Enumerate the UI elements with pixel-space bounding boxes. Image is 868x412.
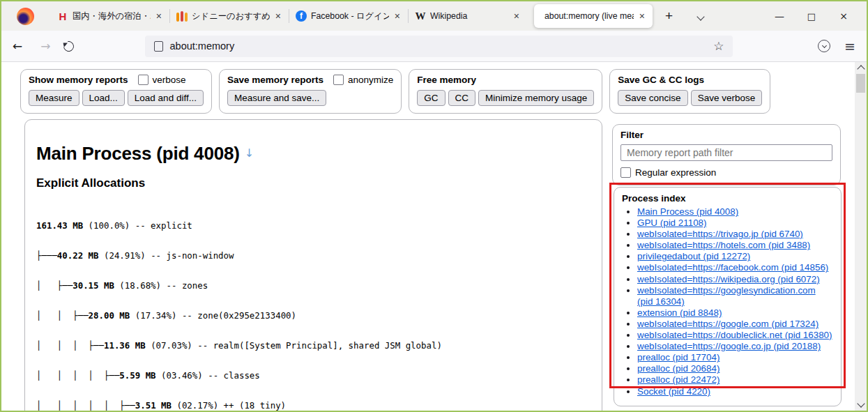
process-link-main[interactable]: Main Process (pid 4008): [637, 206, 738, 217]
scroll-down-arrow-icon[interactable]: [857, 399, 865, 407]
tab-wikipedia[interactable]: W Wikipedia ×: [409, 4, 527, 28]
tab-hotels[interactable]: H 国内・海外の宿泊・ホテル ×: [51, 4, 169, 28]
anonymize-checkbox[interactable]: [333, 75, 344, 85]
load-button[interactable]: Load...: [82, 90, 125, 106]
process-link-google-co-jp[interactable]: webIsolated=https://google.co.jp (pid 20…: [637, 341, 821, 351]
tree-prefix: │ ├──: [36, 280, 73, 291]
process-link-prealloc-1[interactable]: prealloc (pid 17704): [637, 352, 719, 363]
reload-button[interactable]: [63, 41, 74, 52]
close-tab-icon[interactable]: ×: [512, 10, 521, 22]
load-and-diff-button[interactable]: Load and diff...: [128, 90, 204, 106]
save-verbose-button[interactable]: Save verbose: [691, 90, 763, 106]
save-memory-reports-box: Save memory reports anonymize Measure an…: [219, 69, 402, 114]
scrollbar-thumb[interactable]: [856, 74, 865, 93]
close-tab-icon[interactable]: ×: [155, 10, 163, 22]
cc-button[interactable]: CC: [448, 90, 476, 106]
scroll-up-arrow-icon[interactable]: [857, 65, 865, 73]
save-gc-cc-logs-box: Save GC & CC logs Save concise Save verb…: [609, 69, 770, 114]
jump-down-arrow-link[interactable]: ↓: [245, 146, 254, 160]
tab-title: Facebook - ログインまたは: [311, 10, 389, 22]
save-reports-legend: Save memory reports: [227, 75, 323, 85]
process-index-item: Main Process (pid 4008): [637, 206, 833, 218]
process-index-item: prealloc (pid 20684): [637, 363, 833, 374]
process-link-facebook[interactable]: webIsolated=https://facebook.com (pid 14…: [637, 262, 828, 273]
hamburger-menu-icon[interactable]: ≡: [844, 38, 855, 54]
process-link-gpu[interactable]: GPU (pid 21108): [637, 218, 707, 228]
url-text[interactable]: about:memory: [170, 40, 714, 52]
process-index-item: prealloc (pid 22472): [637, 374, 833, 386]
vertical-scrollbar[interactable]: [855, 62, 867, 411]
tree-row-zone[interactable]: │ │ ├──28.00 MB (17.34%) -- zone(0x295e2…: [36, 311, 591, 321]
process-link-google-com[interactable]: webIsolated=https://google.com (pid 1732…: [637, 319, 818, 329]
tab-title: Wikipedia: [430, 11, 508, 21]
filter-legend: Filter: [620, 130, 644, 140]
minimize-button[interactable]: —: [763, 10, 795, 22]
filter-input[interactable]: [620, 144, 832, 161]
tree-row-zones[interactable]: │ ├──30.15 MB (18.68%) -- zones: [36, 281, 591, 291]
close-tab-icon[interactable]: ×: [638, 10, 646, 22]
maximize-button[interactable]: □: [795, 11, 828, 22]
tree-prefix: │ │ │ │ ├──: [36, 370, 119, 381]
show-reports-legend: Show memory reports: [29, 75, 128, 85]
measure-button[interactable]: Measure: [29, 90, 79, 106]
save-logs-legend: Save GC & CC logs: [618, 75, 704, 85]
process-link-trivago[interactable]: webIsolated=https://trivago.jp (pid 6740…: [637, 229, 803, 239]
close-tab-icon[interactable]: ×: [393, 10, 402, 22]
tree-row-18-tiny[interactable]: │ │ │ │ │ ├──3.51 MB (02.17%) ++ (18 tin…: [36, 401, 591, 411]
tree-row-classes[interactable]: │ │ │ │ ├──5.59 MB (03.46%) -- classes: [36, 371, 591, 381]
process-index-item: privilegedabout (pid 12272): [637, 251, 833, 262]
tree-value: 11.36 MB: [104, 340, 146, 351]
memory-controls-row: Show memory reports verbose Measure Load…: [20, 69, 770, 114]
process-link-socket[interactable]: Socket (pid 4220): [637, 386, 710, 397]
close-window-button[interactable]: ×: [828, 10, 860, 22]
tab-facebook[interactable]: f Facebook - ログインまたは ×: [289, 4, 408, 28]
pocket-icon[interactable]: [818, 40, 830, 52]
process-index-item: webIsolated=https://facebook.com (pid 14…: [637, 262, 833, 273]
tree-value: 5.59 MB: [119, 370, 155, 381]
process-index-list: Main Process (pid 4008) GPU (pid 21108) …: [622, 206, 833, 397]
process-link-prealloc-3[interactable]: prealloc (pid 22472): [637, 374, 719, 385]
process-link-googlesyndication[interactable]: webIsolated=https://googlesyndication.co…: [637, 285, 816, 307]
process-link-hotels[interactable]: webIsolated=https://hotels.com (pid 3488…: [637, 240, 810, 250]
process-index-box: Process index Main Process (pid 4008) GP…: [614, 187, 842, 406]
process-index-item: GPU (pid 21108): [637, 218, 833, 229]
process-index-item: webIsolated=https://googlesyndication.co…: [637, 285, 833, 307]
navigation-toolbar: ← → about:memory ☆ ≡: [1, 31, 867, 62]
tree-row-explicit[interactable]: 161.43 MB (100.0%) -- explicit: [36, 221, 591, 231]
back-button[interactable]: ←: [6, 35, 29, 57]
verbose-label: verbose: [153, 75, 186, 85]
process-link-prealloc-2[interactable]: prealloc (pid 20684): [637, 363, 719, 374]
gc-button[interactable]: GC: [417, 90, 445, 106]
tab-bar: H 国内・海外の宿泊・ホテル × シドニーのおすすめホテル | × f Face…: [1, 1, 867, 31]
memory-report-panel: Main Process (pid 4008)↓ Explicit Alloca…: [24, 119, 602, 411]
tab-about-memory-active[interactable]: about:memory (live measur ×: [534, 4, 653, 28]
verbose-checkbox[interactable]: [138, 75, 149, 85]
process-index-item: extension (pid 8848): [637, 307, 833, 319]
tab-title: about:memory (live measur: [545, 11, 634, 21]
process-index-item: webIsolated=https://google.co.jp (pid 20…: [637, 341, 833, 352]
tree-label: (24.91%) -- js-non-window: [99, 250, 234, 261]
tree-prefix: │ │ ├──: [36, 310, 89, 321]
close-tab-icon[interactable]: ×: [274, 10, 282, 22]
minimize-memory-usage-button[interactable]: Minimize memory usage: [478, 90, 594, 106]
save-concise-button[interactable]: Save concise: [618, 90, 687, 106]
measure-and-save-button[interactable]: Measure and save...: [227, 90, 326, 106]
process-link-extension[interactable]: extension (pid 8848): [637, 307, 722, 318]
bookmark-star-icon[interactable]: ☆: [713, 39, 724, 53]
process-link-privilegedabout[interactable]: privilegedabout (pid 12272): [637, 251, 750, 261]
facebook-favicon: f: [296, 10, 307, 22]
tab-trivago[interactable]: シドニーのおすすめホテル | ×: [170, 4, 289, 28]
forward-button[interactable]: →: [33, 35, 57, 57]
tree-row-js-non-window[interactable]: ├───40.22 MB (24.91%) -- js-non-window: [36, 251, 591, 261]
new-tab-button[interactable]: +: [661, 8, 677, 24]
list-all-tabs-button[interactable]: [695, 7, 706, 25]
process-link-doubleclick[interactable]: webIsolated=https://doubleclick.net (pid…: [637, 330, 832, 340]
regex-checkbox[interactable]: [620, 167, 631, 178]
tree-row-realm[interactable]: │ │ │ ├──11.36 MB (07.03%) -- realm([Sys…: [36, 341, 591, 351]
process-link-wikipedia[interactable]: webIsolated=https://wikipedia.org (pid 6…: [637, 274, 820, 284]
regex-label: Regular expression: [635, 167, 716, 178]
tree-label: (02.17%) ++ (18 tiny): [172, 400, 286, 411]
hotels-favicon: H: [57, 10, 68, 22]
wikipedia-favicon: W: [415, 10, 426, 22]
url-bar[interactable]: about:memory ☆: [145, 36, 733, 57]
